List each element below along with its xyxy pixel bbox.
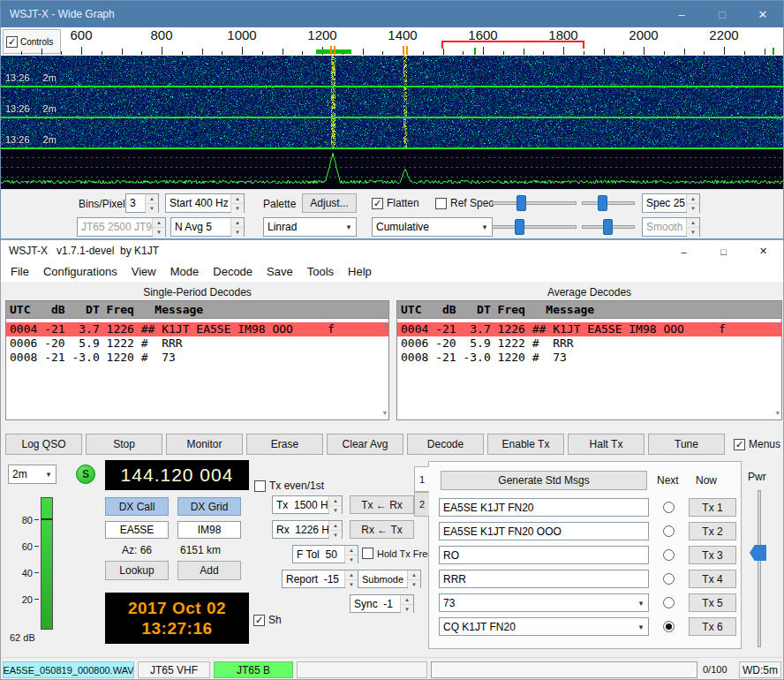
monitor-button[interactable]: Monitor	[166, 434, 243, 455]
spin-down-icon[interactable]: ▼	[231, 228, 244, 237]
spin-up-icon[interactable]: ▲	[146, 194, 158, 204]
maximize-icon[interactable]: □	[702, 1, 743, 27]
decode-row[interactable]: 0006 -20 5.9 1222 # RRR	[6, 336, 388, 351]
spin-up-icon[interactable]: ▲	[408, 570, 420, 580]
menu-mode[interactable]: Mode	[163, 262, 207, 282]
tune-button[interactable]: Tune	[648, 434, 725, 455]
tx-message-field-5[interactable]: 73 ▾	[439, 593, 649, 612]
tx-next-radio-1[interactable]	[663, 502, 675, 513]
tx-to-rx-button[interactable]: Tx ← Rx	[350, 495, 414, 514]
tx-next-radio-5[interactable]	[663, 597, 675, 608]
chevron-down-icon[interactable]: ▾	[634, 623, 648, 631]
tx-message-field-3[interactable]: RO	[439, 546, 649, 564]
spectrum-zero-slider[interactable]	[582, 219, 635, 235]
adjust-palette-button[interactable]: Adjust...	[302, 193, 357, 213]
spin-up-icon[interactable]: ▲	[687, 194, 699, 204]
spin-down-icon[interactable]: ▼	[329, 531, 342, 540]
halt-tx-button[interactable]: Halt Tx	[568, 434, 645, 455]
tx-now-button-2[interactable]: Tx 2	[689, 522, 736, 540]
tx-now-button-6[interactable]: Tx 6	[689, 617, 736, 636]
rx-freq-spinbox[interactable]: Rx 1226 Hz ▲▼	[272, 520, 343, 539]
tx-now-button-4[interactable]: Tx 4	[689, 570, 736, 588]
slider-handle[interactable]	[598, 195, 607, 211]
jt65-jt9-split-spinbox[interactable]: JT65 2500 JT9 ▲▼	[77, 217, 166, 237]
dx-grid-button[interactable]: DX Grid	[177, 497, 241, 516]
sh-checkbox[interactable]: ✓ Sh	[253, 614, 282, 626]
spin-down-icon[interactable]: ▼	[153, 228, 165, 237]
start-freq-spinbox[interactable]: Start 400 Hz ▲▼	[165, 193, 245, 213]
spin-down-icon[interactable]: ▼	[231, 204, 244, 213]
tx-freq-spinbox[interactable]: Tx 1500 Hz ▲▼	[272, 495, 343, 514]
tx-now-button-1[interactable]: Tx 1	[689, 498, 736, 517]
menu-view[interactable]: View	[124, 262, 163, 282]
spin-down-icon[interactable]: ▼	[329, 506, 342, 515]
scroll-up-icon[interactable]: ▲	[383, 321, 387, 329]
clear-avg-button[interactable]: Clear Avg	[327, 434, 403, 455]
waterfall-zero-slider[interactable]	[582, 195, 635, 211]
waterfall-gain-slider[interactable]	[492, 195, 577, 211]
hold-tx-freq-checkbox[interactable]: Hold Tx Freq	[362, 548, 433, 559]
ftol-spinbox[interactable]: F Tol 50 ▲▼	[292, 545, 358, 563]
chevron-down-icon[interactable]: ▾	[478, 223, 492, 231]
scroll-down-icon[interactable]: ▼	[383, 410, 387, 417]
spectrum-gain-slider[interactable]	[492, 219, 577, 235]
tx-message-field-6[interactable]: CQ K1JT FN20 ▾	[439, 617, 649, 636]
spin-up-icon[interactable]: ▲	[401, 595, 413, 605]
tx-now-button-5[interactable]: Tx 5	[689, 593, 736, 612]
slider-handle[interactable]	[516, 195, 526, 211]
bins-spinbox[interactable]: 3 ▲▼	[125, 193, 159, 213]
decode-text-area[interactable]: 0004 -21 3.7 1226 ## K1JT EA5SE IM98 OOO…	[396, 318, 782, 420]
spin-down-icon[interactable]: ▼	[345, 580, 358, 589]
close-icon[interactable]: ✕	[743, 240, 783, 262]
add-button[interactable]: Add	[177, 561, 241, 580]
slider-handle[interactable]	[515, 219, 524, 235]
maximize-icon[interactable]: □	[704, 240, 743, 262]
sync-spinbox[interactable]: Sync -1 ▲▼	[350, 594, 414, 613]
smooth-spinbox[interactable]: Smooth 4 ▲▼	[642, 217, 700, 237]
spin-down-icon[interactable]: ▼	[401, 605, 413, 614]
report-spinbox[interactable]: Report -15 ▲▼	[282, 570, 358, 588]
decode-text-area[interactable]: 0004 -21 3.7 1226 ## K1JT EA5SE IM98 OOO…	[5, 318, 389, 420]
spin-up-icon[interactable]: ▲	[329, 496, 342, 506]
tx-tab-2[interactable]: 2	[414, 492, 429, 517]
menu-configurations[interactable]: Configurations	[36, 262, 124, 282]
tx-tab-1[interactable]: 1	[414, 466, 429, 492]
tx-next-radio-6[interactable]	[663, 621, 675, 632]
slider-handle[interactable]	[603, 219, 613, 235]
spin-up-icon[interactable]: ▲	[687, 218, 699, 228]
spin-down-icon[interactable]: ▼	[146, 204, 158, 213]
close-icon[interactable]: ✕	[743, 1, 783, 27]
minimize-icon[interactable]: –	[661, 1, 702, 27]
tx-next-radio-4[interactable]	[663, 573, 675, 585]
decode-row[interactable]: 0008 -21 -3.0 1220 # 73	[397, 351, 781, 365]
flatten-checkbox[interactable]: ✓ Flatten	[372, 197, 419, 209]
spin-up-icon[interactable]: ▲	[231, 194, 244, 204]
rx-to-tx-button[interactable]: Rx ← Tx	[350, 520, 414, 539]
tx-message-field-2[interactable]: EA5SE K1JT FN20 OOO	[439, 522, 649, 540]
log-qso-button[interactable]: Log QSO	[5, 434, 82, 455]
frequency-ruler[interactable]	[1, 40, 784, 56]
enable-tx-button[interactable]: Enable Tx	[487, 434, 564, 455]
pwr-slider[interactable]	[758, 490, 761, 647]
tx-next-radio-3[interactable]	[663, 549, 675, 561]
spin-down-icon[interactable]: ▼	[345, 555, 358, 564]
decode-row[interactable]: 0008 -21 -3.0 1220 # 73	[6, 351, 388, 365]
spec-percent-spinbox[interactable]: Spec 25 % ▲▼	[642, 193, 700, 213]
dx-call-field[interactable]: EA5SE	[105, 521, 169, 539]
menu-save[interactable]: Save	[260, 262, 300, 282]
decode-row[interactable]: 0004 -21 3.7 1226 ## K1JT EA5SE IM98 OOO…	[6, 322, 388, 336]
decode-row[interactable]: 0004 -21 3.7 1226 ## K1JT EA5SE IM98 OOO…	[397, 322, 781, 336]
spin-down-icon[interactable]: ▼	[408, 580, 420, 589]
spin-up-icon[interactable]: ▲	[231, 218, 244, 228]
menu-file[interactable]: File	[4, 262, 36, 282]
spin-up-icon[interactable]: ▲	[329, 521, 342, 531]
band-combo[interactable]: 2m ▾	[8, 465, 57, 484]
generate-std-msgs-button[interactable]: Generate Std Msgs	[441, 471, 647, 490]
tx-message-field-4[interactable]: RRR	[439, 570, 649, 588]
dx-call-button[interactable]: DX Call	[105, 497, 169, 516]
dx-grid-field[interactable]: IM98	[177, 521, 241, 539]
spin-up-icon[interactable]: ▲	[153, 218, 165, 228]
tx-next-radio-2[interactable]	[663, 525, 675, 537]
tx-even-checkbox[interactable]: Tx even/1st	[254, 480, 324, 492]
menus-checkbox[interactable]: ✓ Menus	[734, 438, 780, 450]
